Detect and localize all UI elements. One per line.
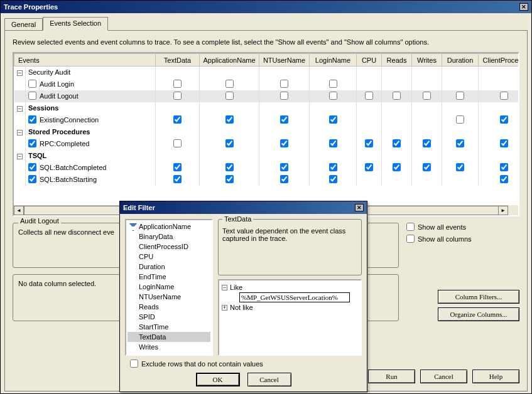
column-checkbox[interactable] <box>456 163 464 171</box>
event-row[interactable]: RPC:Completed <box>14 138 520 150</box>
column-checkbox[interactable] <box>280 80 288 88</box>
dialog-titlebar[interactable]: Edit Filter ✕ <box>120 201 367 214</box>
tree-collapse-icon[interactable]: − <box>222 285 227 290</box>
run-button[interactable]: Run <box>368 370 415 383</box>
filter-column-item[interactable]: ApplicationName <box>128 221 210 232</box>
column-checkbox[interactable] <box>225 115 234 124</box>
column-checkbox[interactable] <box>365 92 373 100</box>
filter-column-item[interactable]: Reads <box>128 302 210 312</box>
column-checkbox[interactable] <box>173 163 182 171</box>
events-grid[interactable]: EventsTextDataApplicationNameNTUserNameL… <box>13 52 519 216</box>
column-checkbox[interactable] <box>423 163 431 171</box>
dialog-close-icon[interactable]: ✕ <box>355 204 364 211</box>
filter-tree[interactable]: − Like + Not like <box>218 279 362 356</box>
event-row-checkbox[interactable] <box>28 163 36 171</box>
column-header[interactable]: Reads <box>382 54 412 67</box>
column-checkbox[interactable] <box>329 115 337 124</box>
event-row[interactable]: SQL:BatchCompleted <box>14 162 520 174</box>
column-checkbox[interactable] <box>500 175 508 183</box>
column-header[interactable]: ClientProcess <box>479 54 520 67</box>
column-checkbox[interactable] <box>500 92 508 100</box>
ok-button[interactable]: OK <box>196 373 240 386</box>
column-checkbox[interactable] <box>423 92 431 100</box>
help-button[interactable]: Help <box>472 370 519 383</box>
show-all-events-checkbox[interactable] <box>406 223 415 231</box>
column-checkbox[interactable] <box>173 115 182 124</box>
column-header[interactable]: NTUserName <box>259 54 310 67</box>
collapse-icon[interactable]: − <box>17 154 23 159</box>
event-row[interactable]: Audit Login <box>14 78 520 90</box>
show-all-columns-checkbox[interactable] <box>406 235 415 243</box>
column-header[interactable]: ApplicationName <box>200 54 259 67</box>
column-checkbox[interactable] <box>173 80 182 88</box>
column-checkbox[interactable] <box>329 163 337 171</box>
filter-column-item[interactable]: EndTime <box>128 272 210 282</box>
filter-column-item[interactable]: SPID <box>128 312 210 322</box>
tab-events-selection[interactable]: Events Selection <box>43 17 108 31</box>
filter-column-list[interactable]: ApplicationNameBinaryDataClientProcessID… <box>125 219 213 356</box>
column-header[interactable]: Writes <box>412 54 442 67</box>
column-checkbox[interactable] <box>329 175 337 183</box>
column-header[interactable]: CPU <box>357 54 382 67</box>
event-row-checkbox[interactable] <box>28 92 36 100</box>
organize-columns-button[interactable]: Organize Columns... <box>438 307 519 321</box>
column-checkbox[interactable] <box>225 163 234 171</box>
exclude-rows-checkbox[interactable] <box>130 359 138 368</box>
column-checkbox[interactable] <box>329 80 337 88</box>
dialog-cancel-button[interactable]: Cancel <box>247 373 291 386</box>
collapse-icon[interactable]: − <box>17 106 23 112</box>
column-checkbox[interactable] <box>393 139 401 147</box>
column-checkbox[interactable] <box>456 115 464 124</box>
column-checkbox[interactable] <box>500 139 508 147</box>
event-row[interactable]: Audit Logout <box>14 90 520 102</box>
column-checkbox[interactable] <box>280 163 288 171</box>
column-checkbox[interactable] <box>500 163 508 171</box>
tree-expand-icon[interactable]: + <box>222 305 227 311</box>
event-row-checkbox[interactable] <box>28 175 36 183</box>
filter-column-item[interactable]: Duration <box>128 262 210 272</box>
group-row[interactable]: −Stored Procedures <box>14 126 520 138</box>
column-checkbox[interactable] <box>329 92 337 100</box>
column-header[interactable]: Events <box>14 54 156 67</box>
column-checkbox[interactable] <box>365 163 373 171</box>
column-checkbox[interactable] <box>393 92 401 100</box>
column-checkbox[interactable] <box>225 80 234 88</box>
column-checkbox[interactable] <box>280 139 288 147</box>
filter-column-item[interactable]: BinaryData <box>128 232 210 242</box>
filter-column-item[interactable]: NTUserName <box>128 292 210 302</box>
column-checkbox[interactable] <box>393 163 401 171</box>
filter-column-item[interactable]: StartTime <box>128 322 210 332</box>
collapse-icon[interactable]: − <box>17 130 23 136</box>
group-row[interactable]: −Sessions <box>14 102 520 114</box>
column-checkbox[interactable] <box>173 139 182 147</box>
filter-column-item[interactable]: TextData <box>128 332 210 342</box>
column-checkbox[interactable] <box>500 115 508 124</box>
column-header[interactable]: TextData <box>156 54 200 67</box>
scroll-left-arrow-icon[interactable]: ◄ <box>14 206 24 215</box>
group-row[interactable]: −TSQL <box>14 150 520 162</box>
filter-column-item[interactable]: ClientProcessID <box>128 242 210 252</box>
main-titlebar[interactable]: Trace Properties ✕ <box>1 1 531 13</box>
filter-column-item[interactable]: Writes <box>128 342 210 352</box>
filter-column-item[interactable]: LoginName <box>128 282 210 292</box>
column-checkbox[interactable] <box>365 139 373 147</box>
event-row[interactable]: SQL:BatchStarting <box>14 174 520 186</box>
event-row-checkbox[interactable] <box>28 80 36 88</box>
close-icon[interactable]: ✕ <box>519 3 528 11</box>
tab-general[interactable]: General <box>4 18 43 30</box>
event-row[interactable]: ExistingConnection <box>14 114 520 126</box>
column-checkbox[interactable] <box>456 139 464 147</box>
group-row[interactable]: −Security Audit <box>14 67 520 78</box>
event-row-checkbox[interactable] <box>28 139 36 147</box>
column-checkbox[interactable] <box>329 139 337 147</box>
column-checkbox[interactable] <box>225 139 234 147</box>
cancel-button[interactable]: Cancel <box>420 370 467 383</box>
column-checkbox[interactable] <box>173 92 182 100</box>
column-checkbox[interactable] <box>280 175 288 183</box>
column-header[interactable]: LoginName <box>310 54 357 67</box>
scroll-right-arrow-icon[interactable]: ► <box>498 206 508 215</box>
column-checkbox[interactable] <box>225 175 234 183</box>
column-checkbox[interactable] <box>173 175 182 183</box>
column-checkbox[interactable] <box>280 92 288 100</box>
filter-column-item[interactable]: CPU <box>128 252 210 262</box>
